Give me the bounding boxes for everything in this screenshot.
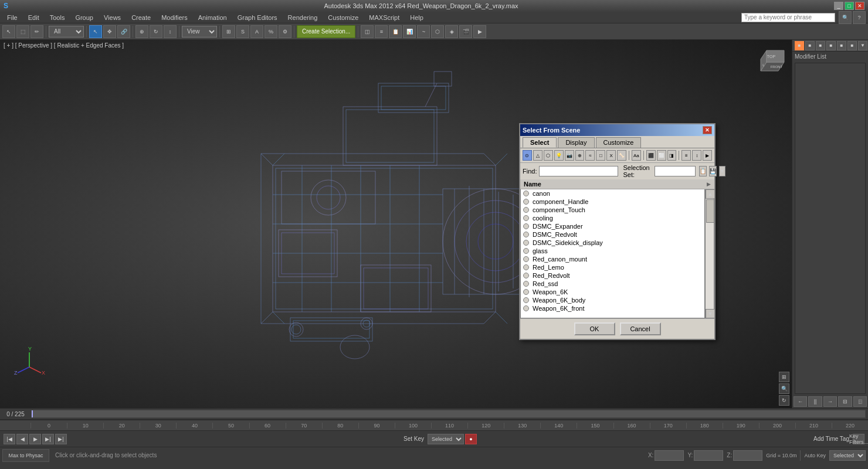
list-item-glass[interactable]: glass xyxy=(521,247,704,255)
panel-icon-1[interactable]: ■ xyxy=(795,41,804,50)
autokey-dropdown[interactable]: Selected xyxy=(829,450,866,461)
radio-weapon-6k[interactable] xyxy=(523,289,529,295)
selection-filter-dropdown[interactable]: All xyxy=(49,26,84,38)
tab-customize[interactable]: Customize xyxy=(596,137,642,148)
rpanel-btn-4[interactable]: ⊟ xyxy=(838,396,852,407)
link-button[interactable]: 🔗 xyxy=(117,25,130,38)
menu-customize[interactable]: Customize xyxy=(323,13,363,22)
helpers-btn[interactable]: ⊕ xyxy=(575,150,585,161)
render-setup[interactable]: 🎬 xyxy=(459,25,472,38)
reference-coord-dropdown[interactable]: View xyxy=(182,26,217,38)
menu-edit[interactable]: Edit xyxy=(23,13,44,22)
shapes-btn[interactable]: ⬡ xyxy=(544,150,553,161)
close-button[interactable]: ✕ xyxy=(855,2,864,10)
select-invert-btn[interactable]: ◨ xyxy=(667,150,677,161)
select-tool-button[interactable]: ↖ xyxy=(89,25,102,38)
menu-create[interactable]: Create xyxy=(127,13,155,22)
radio-red-lemo[interactable] xyxy=(523,264,529,270)
panel-icon-4[interactable]: ■ xyxy=(826,41,836,50)
scroll-down-button[interactable]: ▼ xyxy=(706,309,715,318)
snap-toggle[interactable]: S xyxy=(236,25,249,38)
rpanel-btn-3[interactable]: → xyxy=(823,396,837,407)
menu-modifiers[interactable]: Modifiers xyxy=(157,13,192,22)
search-input[interactable] xyxy=(741,13,835,22)
viewcube[interactable]: TOP L FRONT xyxy=(752,45,787,80)
schematic-view[interactable]: ⬡ xyxy=(431,25,444,38)
material-editor[interactable]: ◈ xyxy=(445,25,458,38)
ss-btn-1[interactable]: 📋 xyxy=(699,166,707,176)
geometry-btn[interactable]: △ xyxy=(533,150,542,161)
set-keys-button[interactable]: ● xyxy=(465,434,477,444)
dialog-close-button[interactable]: ✕ xyxy=(703,126,712,134)
menu-help[interactable]: Help xyxy=(405,13,428,22)
list-item-weapon-6k-front[interactable]: Weapon_6K_front xyxy=(521,304,704,312)
radio-component-touch[interactable] xyxy=(523,207,529,213)
next-frame-button[interactable]: ▶| xyxy=(42,434,54,444)
prev-frame-button[interactable]: ◀ xyxy=(16,434,28,444)
list-item-canon[interactable]: canon xyxy=(521,189,704,198)
list-item-dsmc-expander[interactable]: DSMC_Expander xyxy=(521,222,704,230)
freehand-select-button[interactable]: ✏ xyxy=(30,25,43,38)
help-search-button[interactable]: ? xyxy=(853,11,866,24)
bones-btn[interactable]: 🦴 xyxy=(617,150,626,161)
list-item-red-lemo[interactable]: Red_Lemo xyxy=(521,263,704,271)
maximize-button[interactable]: □ xyxy=(845,2,854,10)
radio-cooling[interactable] xyxy=(523,215,529,221)
menu-views[interactable]: Views xyxy=(99,13,126,22)
menu-graph-editors[interactable]: Graph Editors xyxy=(233,13,282,22)
ss-btn-2[interactable]: 💾 xyxy=(709,166,717,176)
dialog-list[interactable]: canon component_Handle component_Touch c… xyxy=(520,189,705,318)
menu-tools[interactable]: Tools xyxy=(45,13,70,22)
panel-icons[interactable]: ■ ■ ■ ■ ■ ■ ▼ xyxy=(795,41,867,50)
radio-dsmc-redvolt[interactable] xyxy=(523,232,529,237)
groups-btn[interactable]: □ xyxy=(596,150,605,161)
panel-icon-dropdown[interactable]: ▼ xyxy=(858,41,867,50)
go-end-button[interactable]: ▶| xyxy=(55,434,67,444)
select-none-btn[interactable]: ⬜ xyxy=(657,150,666,161)
menu-group[interactable]: Group xyxy=(70,13,98,22)
lights-btn[interactable]: 💡 xyxy=(554,150,564,161)
align-button[interactable]: ≡ xyxy=(375,25,388,38)
xrefs-btn[interactable]: X xyxy=(606,150,616,161)
select-from-scene-dialog[interactable]: Select From Scene ✕ Select Display Custo… xyxy=(519,123,716,340)
radio-red-canon-mount[interactable] xyxy=(523,256,529,262)
zoom-extents-button[interactable]: ⊞ xyxy=(779,372,789,382)
list-item-red-canon-mount[interactable]: Red_canon_mount xyxy=(521,255,704,263)
create-selection-set-button[interactable]: Create Selection... xyxy=(297,25,355,38)
list-item-red-ssd[interactable]: Red_ssd xyxy=(521,280,704,288)
rpanel-btn-1[interactable]: ← xyxy=(794,396,807,407)
rpanel-btn-5[interactable]: ⌹ xyxy=(853,396,867,407)
scroll-track[interactable] xyxy=(706,199,714,309)
go-start-button[interactable]: |◀ xyxy=(4,434,15,444)
tab-select[interactable]: Select xyxy=(523,137,557,148)
ok-button[interactable]: OK xyxy=(574,322,615,335)
panel-icon-5[interactable]: ■ xyxy=(837,41,846,50)
minimize-button[interactable]: _ xyxy=(834,2,843,10)
z-input[interactable] xyxy=(733,450,762,461)
zoom-button[interactable]: 🔍 xyxy=(779,383,789,394)
orbit-button[interactable]: ↻ xyxy=(779,395,789,406)
list-item-weapon-6k[interactable]: Weapon_6K xyxy=(521,288,704,296)
curve-editor[interactable]: ~ xyxy=(417,25,430,38)
select-region-button[interactable]: ⬚ xyxy=(16,25,29,38)
spacewarps-btn[interactable]: ≈ xyxy=(585,150,595,161)
rotate-button[interactable]: ↻ xyxy=(150,25,162,38)
scale-button[interactable]: ↕ xyxy=(164,25,177,38)
dialog-scrollbar[interactable]: ▲ ▼ xyxy=(705,189,714,318)
panel-icon-2[interactable]: ■ xyxy=(805,41,815,50)
display-options-btn[interactable]: ≡ xyxy=(681,150,691,161)
scroll-up-button[interactable]: ▲ xyxy=(706,189,715,199)
menu-file[interactable]: File xyxy=(2,13,22,22)
move-button[interactable]: ⊕ xyxy=(135,25,148,38)
dialog-titlebar[interactable]: Select From Scene ✕ xyxy=(520,124,714,136)
key-filters-button[interactable]: Key Filters... xyxy=(853,434,864,444)
status-left-button[interactable]: Max to Physac xyxy=(2,449,49,462)
scroll-thumb[interactable] xyxy=(706,199,714,223)
radio-canon[interactable] xyxy=(523,191,529,196)
list-item-red-redvolt[interactable]: Red_Redvolt xyxy=(521,271,704,280)
radio-weapon-6k-front[interactable] xyxy=(523,305,529,311)
spinner-snap[interactable]: ⚙ xyxy=(279,25,291,38)
rpanel-btn-2[interactable]: || xyxy=(808,396,822,407)
radio-dsmc-expander[interactable] xyxy=(523,223,529,229)
panel-icon-6[interactable]: ■ xyxy=(847,41,857,50)
